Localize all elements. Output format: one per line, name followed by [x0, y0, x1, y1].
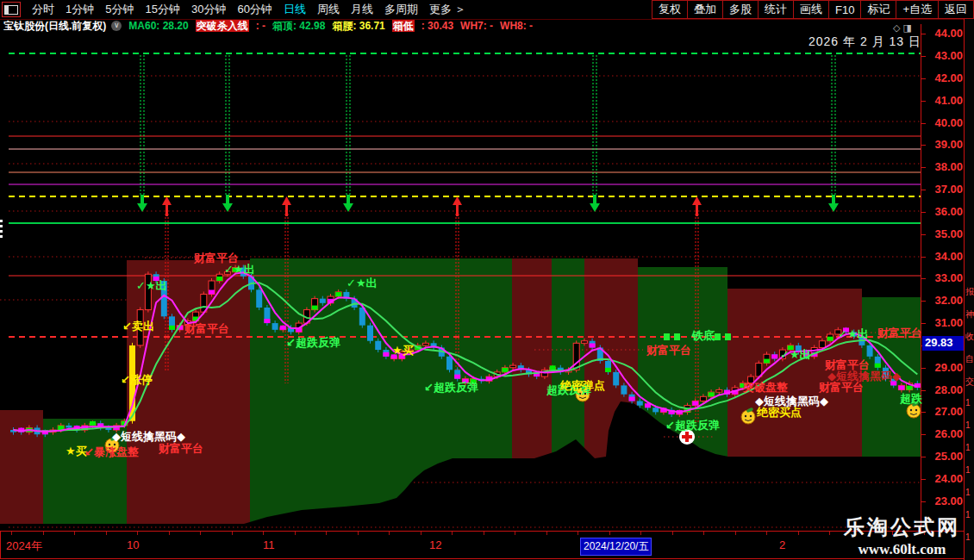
annotation: ◆短线擒黑码◆	[827, 370, 901, 383]
side-strip-char: 1	[965, 510, 971, 520]
annotation: ↙暴涨盘整	[84, 446, 139, 458]
right-side-strip: 报神收自交1111111	[964, 19, 974, 560]
trading-app-window: 分时1分钟5分钟15分钟30分钟60分钟日线周线月线多周期更多 ＞ 复权叠加多股…	[0, 0, 974, 560]
time-axis-label: 12	[429, 538, 441, 551]
annotation: ✓★出	[224, 264, 255, 276]
side-strip-char: 神	[965, 308, 974, 320]
annotation: 突破盘整	[743, 382, 788, 394]
side-strip-char: 1	[965, 420, 971, 430]
price-axis-label: 26.00	[921, 427, 963, 440]
annotation: 绝密弹点	[560, 380, 605, 392]
annotation: 铁底	[692, 330, 715, 342]
annotation: 财富平台	[877, 327, 922, 339]
annotation: ↙超跌反弹	[286, 337, 340, 349]
price-axis-label: 43.00	[921, 49, 963, 62]
annotation: 财富平台	[819, 382, 864, 394]
price-axis-label: 24.00	[921, 472, 963, 485]
price-axis-label: 34.00	[921, 250, 963, 263]
annotation: ↙涨停	[121, 374, 153, 386]
price-axis-label: 39.00	[921, 138, 963, 151]
side-strip-char: 1	[965, 443, 971, 452]
annotation: 超跌	[900, 393, 922, 405]
price-axis-label: 32.00	[921, 294, 963, 307]
watermark: 乐淘公式网 www.60lt.com	[844, 513, 960, 558]
side-strip-char: 收	[965, 331, 974, 343]
annotation: ↙卖出	[122, 320, 154, 333]
chart-corner-icons[interactable]: ◇ ◨	[893, 22, 912, 34]
price-axis-label: 25.00	[921, 450, 963, 463]
watermark-site-name: 乐淘公式网	[844, 513, 960, 541]
price-axis-label: 23.00	[921, 495, 963, 507]
annotation: 财富平台	[184, 323, 229, 335]
annotation: ★买	[66, 445, 87, 457]
annotation: 财富平台	[159, 443, 203, 455]
price-axis-label: 33.00	[921, 271, 963, 284]
annotation: ↙超跌反弹	[665, 420, 720, 432]
price-axis: 44.0043.0042.0041.0040.0039.0038.0037.00…	[921, 24, 965, 531]
price-axis-label: 37.00	[921, 183, 963, 196]
annotation: 绝密买点	[757, 407, 802, 419]
price-axis-label: 31.00	[921, 316, 963, 329]
price-axis-label: 42.00	[921, 72, 963, 84]
annotation: ↙超跌反弹	[424, 382, 478, 394]
side-strip-char: 1	[965, 398, 971, 408]
price-axis-label: 41.00	[921, 94, 963, 107]
left-edge-marker	[0, 220, 3, 239]
time-axis-label: 2024年	[6, 538, 42, 554]
side-strip-char: 自	[965, 353, 974, 365]
side-strip-char: 1	[965, 465, 971, 475]
side-strip-char: 1	[965, 532, 971, 542]
annotation: ◆短线擒黑码◆	[112, 431, 185, 443]
annotation: 财富平台	[646, 345, 691, 357]
side-strip-char: 报	[965, 286, 974, 298]
annotation: ✓★出	[347, 277, 378, 289]
price-axis-label: 35.00	[921, 227, 963, 240]
price-axis-label: 38.00	[921, 160, 963, 173]
current-price-badge: 29.83	[922, 336, 965, 351]
price-axis-label: 40.00	[921, 116, 963, 129]
time-axis-label: 10	[127, 538, 139, 551]
selected-date-badge: 2024/12/20/五	[580, 538, 652, 556]
price-axis-label: 36.00	[921, 205, 963, 218]
price-axis-label: 28.00	[921, 383, 963, 396]
side-strip-char: 1	[965, 488, 971, 497]
time-axis[interactable]: 2024年10111222024/12/20/五	[0, 531, 965, 559]
price-axis-label: 29.00	[921, 361, 963, 374]
time-axis-label: 11	[263, 538, 275, 551]
crosshair-date-label: 2026 年 2 月 13 日	[809, 34, 921, 50]
annotation: ★买	[392, 345, 414, 357]
annotation: ✓★出	[780, 349, 811, 361]
annotation: ✓★出	[838, 328, 869, 340]
annotation: ✓★出	[136, 280, 167, 292]
price-axis-label: 44.00	[921, 27, 963, 40]
price-axis-label: 27.00	[921, 405, 963, 418]
watermark-site-url: www.60lt.com	[844, 541, 960, 558]
time-axis-label: 2	[779, 538, 785, 551]
side-strip-char: 交	[965, 376, 974, 388]
